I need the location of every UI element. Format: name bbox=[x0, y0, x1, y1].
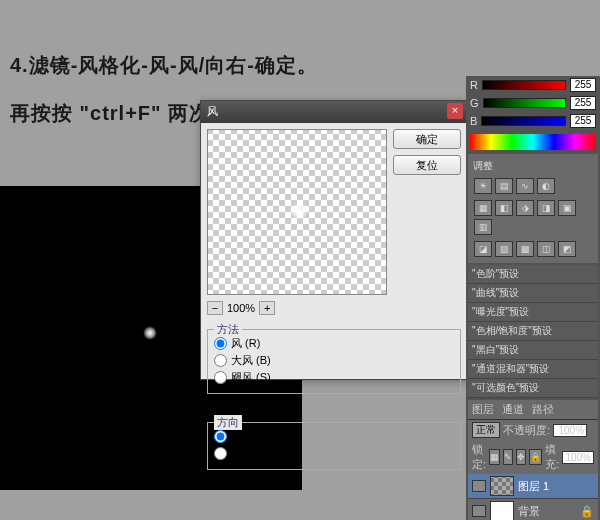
ok-button[interactable]: 确定 bbox=[393, 129, 461, 149]
visibility-icon[interactable] bbox=[472, 480, 486, 492]
levels-icon[interactable]: ▤ bbox=[495, 178, 513, 194]
method-blast[interactable]: 大风 (B) bbox=[214, 353, 454, 368]
tutorial-step-text-2: 再按按 "ctrl+F" 两次 bbox=[10, 100, 210, 127]
tab-layers[interactable]: 图层 bbox=[472, 402, 494, 417]
selective-icon[interactable]: ◩ bbox=[558, 241, 576, 257]
tutorial-step-text: 4.滤镜-风格化-风-风/向右-确定。 bbox=[10, 52, 318, 79]
layer-name[interactable]: 图层 1 bbox=[518, 479, 549, 494]
posterize-icon[interactable]: ▨ bbox=[495, 241, 513, 257]
mixer-icon[interactable]: ▥ bbox=[474, 219, 492, 235]
g-value[interactable]: 255 bbox=[570, 96, 596, 110]
adjustment-icons-row2: ▦◧⬗◨▣▥ bbox=[471, 197, 595, 238]
visibility-icon[interactable] bbox=[472, 505, 486, 517]
fill-input[interactable]: 100% bbox=[562, 451, 594, 464]
tab-channels[interactable]: 通道 bbox=[502, 402, 524, 417]
adjustment-icons-row1: ☀▤∿◐ bbox=[471, 175, 595, 197]
opacity-label: 不透明度: bbox=[503, 423, 550, 438]
fill-label: 填充: bbox=[545, 442, 559, 472]
b-slider[interactable] bbox=[481, 116, 566, 126]
layer-thumbnail[interactable] bbox=[490, 501, 514, 520]
radio-left[interactable] bbox=[214, 447, 227, 460]
reset-button[interactable]: 复位 bbox=[393, 155, 461, 175]
dialog-titlebar[interactable]: 风 × bbox=[201, 101, 467, 123]
direction-group: 方向 从右 (R) 从左 (L) bbox=[207, 422, 461, 470]
filter-preview[interactable] bbox=[207, 129, 387, 295]
wind-filter-dialog: 风 × − 100% + 确定 复位 方法 风 (R) 大风 (B) 飓风 (S… bbox=[200, 100, 468, 380]
preset-mixer[interactable]: "通道混和器"预设 bbox=[468, 360, 598, 379]
canvas-glow-spot bbox=[143, 326, 157, 340]
zoom-level: 100% bbox=[227, 302, 255, 314]
direction-left[interactable]: 从左 (L) bbox=[214, 446, 454, 461]
method-wind[interactable]: 风 (R) bbox=[214, 336, 454, 351]
g-slider[interactable] bbox=[483, 98, 566, 108]
preview-glow bbox=[290, 202, 308, 220]
vibrance-icon[interactable]: ▦ bbox=[474, 200, 492, 216]
gradient-map-icon[interactable]: ◫ bbox=[537, 241, 555, 257]
preset-selective[interactable]: "可选颜色"预设 bbox=[468, 379, 598, 398]
lock-transparency-icon[interactable]: ▦ bbox=[489, 449, 500, 465]
right-panels: R255 G255 B255 调整 ☀▤∿◐ ▦◧⬗◨▣▥ ◪▨▩◫◩ "色阶"… bbox=[466, 76, 600, 520]
direction-right[interactable]: 从右 (R) bbox=[214, 429, 454, 444]
opacity-input[interactable]: 100% bbox=[553, 424, 587, 437]
tab-paths[interactable]: 路径 bbox=[532, 402, 554, 417]
adjustment-icons-row3: ◪▨▩◫◩ bbox=[471, 238, 595, 260]
dialog-title: 风 bbox=[207, 105, 218, 117]
brightness-icon[interactable]: ☀ bbox=[474, 178, 492, 194]
exposure-icon[interactable]: ◐ bbox=[537, 178, 555, 194]
radio-right[interactable] bbox=[214, 430, 227, 443]
bw-icon[interactable]: ◨ bbox=[537, 200, 555, 216]
method-label: 方法 bbox=[214, 322, 242, 337]
lock-position-icon[interactable]: ✥ bbox=[516, 449, 526, 465]
radio-wind[interactable] bbox=[214, 337, 227, 350]
lock-pixels-icon[interactable]: ✎ bbox=[503, 449, 513, 465]
close-icon[interactable]: × bbox=[447, 103, 463, 119]
preset-hue[interactable]: "色相/饱和度"预设 bbox=[468, 322, 598, 341]
invert-icon[interactable]: ◪ bbox=[474, 241, 492, 257]
lock-all-icon[interactable]: 🔒 bbox=[529, 449, 542, 465]
adjustments-title: 调整 bbox=[471, 157, 595, 175]
r-slider[interactable] bbox=[482, 80, 566, 90]
lock-label: 锁定: bbox=[472, 442, 486, 472]
curves-icon[interactable]: ∿ bbox=[516, 178, 534, 194]
layer-name[interactable]: 背景 bbox=[518, 504, 540, 519]
b-value[interactable]: 255 bbox=[570, 114, 596, 128]
layer-thumbnail[interactable] bbox=[490, 476, 514, 496]
b-label: B bbox=[470, 115, 477, 127]
r-label: R bbox=[470, 79, 478, 91]
method-stagger[interactable]: 飓风 (S) bbox=[214, 370, 454, 385]
preset-bw[interactable]: "黑白"预设 bbox=[468, 341, 598, 360]
direction-label: 方向 bbox=[214, 415, 242, 430]
layer-row-bg[interactable]: 背景 🔒 bbox=[468, 499, 598, 520]
preset-levels[interactable]: "色阶"预设 bbox=[468, 265, 598, 284]
balance-icon[interactable]: ⬗ bbox=[516, 200, 534, 216]
hue-icon[interactable]: ◧ bbox=[495, 200, 513, 216]
zoom-out-button[interactable]: − bbox=[207, 301, 223, 315]
r-value[interactable]: 255 bbox=[570, 78, 596, 92]
layer-row-1[interactable]: 图层 1 bbox=[468, 474, 598, 499]
radio-blast[interactable] bbox=[214, 354, 227, 367]
blend-mode-select[interactable]: 正常 bbox=[472, 422, 500, 438]
photo-filter-icon[interactable]: ▣ bbox=[558, 200, 576, 216]
color-spectrum[interactable] bbox=[470, 134, 596, 150]
zoom-in-button[interactable]: + bbox=[259, 301, 275, 315]
radio-stagger[interactable] bbox=[214, 371, 227, 384]
g-label: G bbox=[470, 97, 479, 109]
preset-exposure[interactable]: "曝光度"预设 bbox=[468, 303, 598, 322]
method-group: 方法 风 (R) 大风 (B) 飓风 (S) bbox=[207, 329, 461, 394]
lock-icon: 🔒 bbox=[580, 505, 594, 518]
threshold-icon[interactable]: ▩ bbox=[516, 241, 534, 257]
preset-curves[interactable]: "曲线"预设 bbox=[468, 284, 598, 303]
